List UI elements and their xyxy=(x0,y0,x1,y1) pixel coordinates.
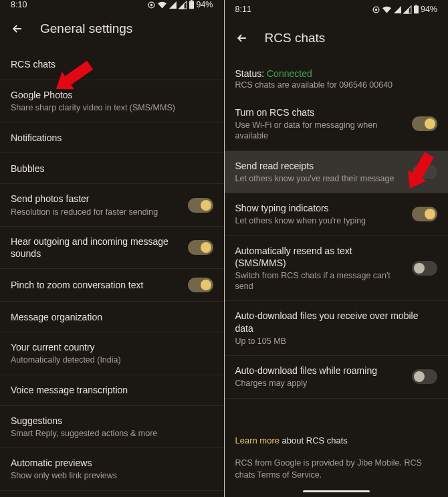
settings-item[interactable]: Turn on RCS chatsUse Wi-Fi or data for m… xyxy=(225,98,449,151)
toggle-switch[interactable] xyxy=(188,198,213,213)
settings-item[interactable]: Auto-download files while roamingCharges… xyxy=(225,356,449,398)
status-bar: 8:11 94% xyxy=(225,0,449,19)
svg-point-1 xyxy=(151,4,152,5)
signal-icon-2 xyxy=(403,5,412,14)
settings-item[interactable]: Send photos fasterResolution is reduced … xyxy=(0,184,224,226)
settings-item[interactable]: RCS chats xyxy=(0,49,224,80)
footer-text: RCS from Google is provided by Jibe Mobi… xyxy=(225,451,449,488)
item-subtitle: Share sharp clarity video in text (SMS/M… xyxy=(11,102,213,113)
back-icon[interactable] xyxy=(11,22,24,35)
svg-rect-6 xyxy=(414,5,419,13)
battery-icon xyxy=(189,0,195,9)
signal-icon-2 xyxy=(179,1,187,9)
settings-item[interactable]: Google PhotosShare sharp clarity video i… xyxy=(0,80,224,122)
status-label: Status: xyxy=(235,68,265,79)
signal-icon xyxy=(393,5,402,14)
settings-item[interactable]: Message organization xyxy=(0,302,224,332)
item-title: Send photos faster xyxy=(11,193,180,205)
item-title: Voice message transcription xyxy=(11,384,213,396)
settings-item[interactable]: Bubbles xyxy=(0,153,224,184)
circle-icon xyxy=(147,1,156,9)
item-title: Pinch to zoom conversation text xyxy=(11,279,180,291)
status-icons: 94% xyxy=(372,5,437,14)
status-block: Status: Connected RCS chats are availabl… xyxy=(225,59,449,98)
settings-item[interactable]: Spam protection xyxy=(0,491,224,497)
settings-item[interactable]: Auto-download files you receive over mob… xyxy=(225,301,449,356)
battery-percent: 94% xyxy=(421,5,437,14)
battery-icon xyxy=(413,5,419,14)
header: RCS chats xyxy=(225,19,449,59)
toggle-switch[interactable] xyxy=(188,278,213,292)
page-title: RCS chats xyxy=(265,31,326,45)
wifi-icon xyxy=(157,1,167,9)
settings-list: Turn on RCS chatsUse Wi-Fi or data for m… xyxy=(225,98,449,426)
item-title: Suggestions xyxy=(11,415,213,427)
clock: 8:11 xyxy=(235,5,251,14)
signal-icon xyxy=(169,1,177,9)
svg-rect-2 xyxy=(189,1,194,9)
svg-rect-3 xyxy=(191,0,193,1)
status-icons: 94% xyxy=(147,0,213,9)
toggle-switch[interactable] xyxy=(412,369,437,384)
item-subtitle: Automatically detected (India) xyxy=(11,355,213,365)
header: General settings xyxy=(0,9,224,49)
phone-right: 8:11 94% RCS chats Status: Connected RCS… xyxy=(224,0,449,497)
item-title: Send read receipts xyxy=(235,160,405,172)
item-subtitle: Up to 105 MB xyxy=(235,336,438,346)
item-title: Message organization xyxy=(11,311,213,323)
svg-point-5 xyxy=(375,9,376,10)
item-subtitle: Let others know you've read their messag… xyxy=(235,173,405,184)
svg-rect-7 xyxy=(415,5,417,5)
toggle-switch[interactable] xyxy=(412,207,437,221)
settings-item[interactable]: Voice message transcription xyxy=(0,375,224,406)
item-title: Your current country xyxy=(11,341,213,353)
item-subtitle: Resolution is reduced for faster sending xyxy=(11,207,180,217)
settings-item[interactable]: Your current countryAutomatically detect… xyxy=(0,332,224,375)
item-title: RCS chats xyxy=(11,58,213,70)
back-icon[interactable] xyxy=(235,31,249,45)
wifi-icon xyxy=(382,5,392,14)
item-title: Auto-download files you receive over mob… xyxy=(235,310,438,334)
learn-rest: about RCS chats xyxy=(279,435,348,445)
circle-icon xyxy=(372,5,380,14)
settings-list: RCS chatsGoogle PhotosShare sharp clarit… xyxy=(0,49,224,497)
item-title: Bubbles xyxy=(11,163,213,175)
settings-item[interactable]: SuggestionsSmart Reply, suggested action… xyxy=(0,406,224,448)
phone-left: 8:10 94% General settings RCS chatsGoogl… xyxy=(0,0,224,497)
settings-item[interactable]: Show typing indicatorsLet others know wh… xyxy=(225,193,449,235)
toggle-switch[interactable] xyxy=(412,116,437,131)
item-subtitle: Show only web link previews xyxy=(11,470,213,481)
item-title: Show typing indicators xyxy=(235,202,405,214)
settings-item[interactable]: Notifications xyxy=(0,122,224,153)
battery-percent: 94% xyxy=(196,0,213,9)
item-subtitle: Charges may apply xyxy=(235,378,405,389)
item-title: Automatically resend as text (SMS/MMS) xyxy=(235,245,405,269)
clock: 8:10 xyxy=(11,0,27,9)
settings-item[interactable]: Automatic previewsShow only web link pre… xyxy=(0,448,224,490)
settings-item[interactable]: Hear outgoing and incoming message sound… xyxy=(0,227,224,269)
item-title: Automatic previews xyxy=(11,457,213,469)
toggle-switch[interactable] xyxy=(188,240,213,255)
item-subtitle: Smart Reply, suggested actions & more xyxy=(11,428,213,439)
learn-link[interactable]: Learn more xyxy=(235,435,279,445)
item-subtitle: Use Wi-Fi or data for messaging when ava… xyxy=(235,120,405,142)
item-title: Turn on RCS chats xyxy=(235,106,405,118)
settings-item[interactable]: Automatically resend as text (SMS/MMS)Sw… xyxy=(225,236,449,302)
learn-more[interactable]: Learn more about RCS chats xyxy=(225,426,449,451)
item-title: Google Photos xyxy=(11,89,213,101)
nav-bar[interactable] xyxy=(225,488,449,497)
item-title: Auto-download files while roaming xyxy=(235,365,405,377)
status-sub: RCS chats are available for 096546 00640 xyxy=(235,80,438,90)
settings-item[interactable]: Pinch to zoom conversation text xyxy=(0,269,224,302)
item-subtitle: Let others know when you're typing xyxy=(235,215,405,226)
status-value: Connected xyxy=(267,68,312,79)
page-title: General settings xyxy=(40,21,132,36)
item-title: Notifications xyxy=(11,132,213,144)
toggle-switch[interactable] xyxy=(412,261,437,276)
status-bar: 8:10 94% xyxy=(0,0,224,9)
item-title: Hear outgoing and incoming message sound… xyxy=(11,235,180,260)
item-subtitle: Switch from RCS chats if a message can't… xyxy=(235,270,405,292)
